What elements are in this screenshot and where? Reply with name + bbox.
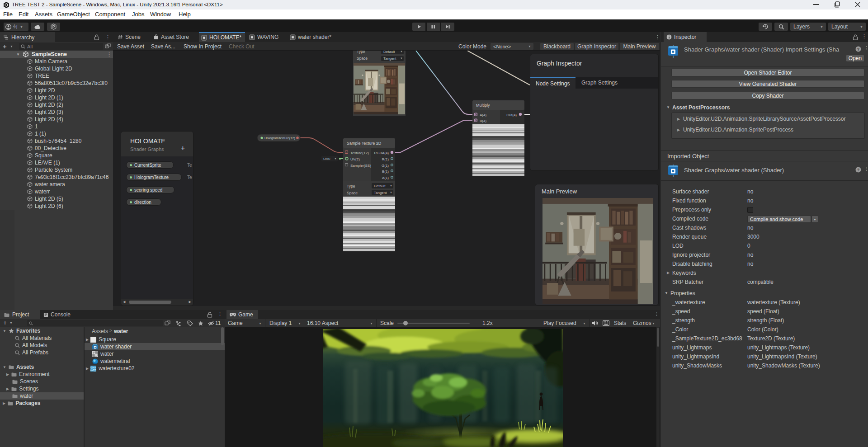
- svg-text:▼: ▼: [400, 51, 403, 53]
- svg-text:?: ?: [857, 168, 860, 172]
- svg-text:G(1): G(1): [382, 164, 389, 168]
- svg-text:B(4): B(4): [480, 119, 486, 123]
- svg-text:Sampler(SS): Sampler(SS): [350, 164, 371, 168]
- svg-text:?: ?: [857, 47, 860, 52]
- svg-text:UV(2): UV(2): [350, 157, 360, 161]
- svg-text:A(1): A(1): [382, 176, 389, 180]
- svg-text:▼: ▼: [334, 157, 337, 160]
- svg-text:Default: Default: [383, 51, 395, 54]
- svg-text:Type: Type: [357, 51, 365, 54]
- svg-text:Sample Texture 2D: Sample Texture 2D: [347, 141, 382, 146]
- svg-text:Texture(T2): Texture(T2): [350, 151, 369, 155]
- svg-text:Tangent: Tangent: [374, 191, 387, 195]
- svg-text:UV0: UV0: [323, 157, 330, 161]
- svg-text:RGBA(4): RGBA(4): [374, 151, 389, 155]
- svg-text:R(1): R(1): [382, 157, 389, 161]
- svg-text:Space: Space: [347, 191, 358, 195]
- svg-text:▼: ▼: [400, 57, 403, 60]
- svg-text:Out(4): Out(4): [506, 113, 517, 117]
- svg-text:Multiply: Multiply: [476, 103, 490, 108]
- svg-text:HologramTexture(T2): HologramTexture(T2): [264, 136, 295, 140]
- svg-text:B(1): B(1): [382, 169, 389, 174]
- svg-text:Default: Default: [374, 184, 386, 188]
- svg-text:Type: Type: [347, 184, 355, 188]
- svg-text:Space: Space: [357, 56, 368, 61]
- svg-text:Tangent: Tangent: [383, 56, 396, 61]
- svg-text:▼: ▼: [390, 184, 392, 187]
- svg-text:A(4): A(4): [480, 113, 486, 117]
- svg-text:▼: ▼: [390, 191, 392, 194]
